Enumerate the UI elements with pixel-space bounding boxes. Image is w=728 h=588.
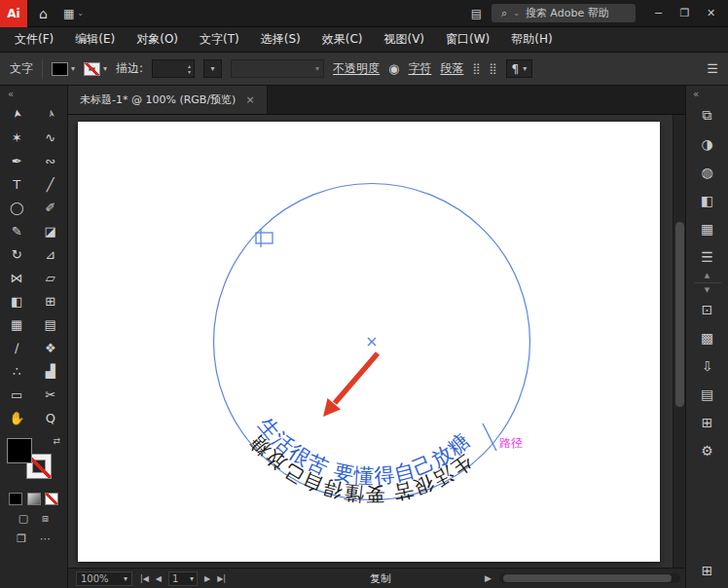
menu-help[interactable]: 帮助(H) [500, 31, 563, 48]
vertical-scrollbar[interactable] [673, 115, 685, 568]
title-bar: Ai ⌂ ▦ ⌄ ▤ ⌕ ⌄ 搜索 Adobe 帮助 ─ ❐ ✕ [0, 0, 728, 27]
panel-expand-button[interactable]: « [686, 86, 728, 101]
minimize-button[interactable]: ─ [645, 7, 672, 19]
graph-tool[interactable]: ▟ [34, 359, 68, 383]
eraser-tool[interactable]: ◪ [34, 219, 68, 242]
close-icon[interactable]: × [245, 93, 254, 106]
ellipse-tool[interactable]: ◯ [0, 196, 34, 219]
blend-tool[interactable]: ❖ [34, 336, 68, 359]
screen-mode-row: ❐ ⋯ [0, 529, 67, 549]
canvas[interactable]: 生活很苦 要懂得自己放糖 生活很苦 要懂得自己放糖 路径 [68, 115, 685, 568]
vertical-scrollbar-thumb[interactable] [675, 222, 684, 407]
draw-inside-mode-icon[interactable]: ⧈ [42, 512, 49, 525]
pencil-tool[interactable]: ✎ [0, 219, 34, 242]
layers-panel-icon[interactable]: ▤ [686, 380, 728, 408]
menu-file[interactable]: 文件(F) [4, 31, 64, 48]
none-button[interactable] [45, 493, 58, 505]
horizontal-scrollbar-thumb[interactable] [503, 574, 672, 582]
shape-builder-tool[interactable]: ◧ [0, 289, 34, 312]
home-icon[interactable]: ⌂ [39, 6, 48, 21]
opacity-link[interactable]: 不透明度 [333, 60, 380, 77]
panel-dock: « ⧉◑◍◧▦☰ ▲ ▼ ⊡▩⇩▤⊞⚙ ⊞ [685, 86, 728, 588]
fill-color-swatch[interactable] [7, 438, 32, 463]
transparency-panel-icon[interactable]: ▩ [686, 323, 728, 351]
panel-corner-icon[interactable]: ⊞ [702, 556, 713, 584]
curvature-tool[interactable]: ∾ [34, 149, 68, 172]
gradient-tool[interactable]: ▤ [34, 312, 68, 336]
asset-export-panel-icon[interactable]: ⇩ [686, 351, 728, 380]
draw-normal-mode-icon[interactable]: ▢ [18, 512, 28, 525]
eyedropper-tool[interactable]: ∕ [0, 336, 34, 359]
screen-mode-icon[interactable]: ❐ [17, 533, 26, 545]
panel-menu-icon[interactable]: ☰ [707, 61, 718, 76]
panel-scroll-down-icon[interactable]: ▼ [705, 285, 710, 295]
free-transform-tool[interactable]: ▱ [34, 266, 68, 289]
gradient-button[interactable] [27, 493, 41, 505]
next-artboard-icon[interactable]: ▶ [204, 574, 210, 583]
gradient-panel-icon[interactable]: ◧ [686, 186, 728, 214]
character-link[interactable]: 字符 [408, 60, 431, 77]
swatches-panel-icon[interactable]: ▦ [686, 214, 728, 242]
menu-select[interactable]: 选择(S) [250, 31, 311, 48]
libraries-panel-icon[interactable]: ⧉ [686, 101, 728, 129]
appearance-panel-icon[interactable]: ◍ [686, 158, 728, 186]
recolor-artwork-icon[interactable]: ◉ [388, 61, 399, 76]
zoom-dropdown[interactable]: 100% ▾ [76, 571, 132, 586]
line-segment-tool[interactable]: ╱ [34, 172, 68, 196]
pen-tool[interactable]: ✒ [0, 149, 34, 172]
hand-tool[interactable]: ✋ [0, 406, 34, 429]
paintbrush-tool[interactable]: ✐ [34, 196, 68, 219]
panel-scroll-up-icon[interactable]: ▲ [705, 271, 710, 280]
artwork-overlay: 生活很苦 要懂得自己放糖 生活很苦 要懂得自己放糖 路径 [68, 115, 685, 568]
mesh-tool[interactable]: ▦ [0, 312, 34, 336]
search-box[interactable]: ⌕ ⌄ 搜索 Adobe 帮助 [491, 4, 636, 22]
more-options-icon[interactable]: ⋯ [40, 533, 51, 545]
menu-edit[interactable]: 编辑(E) [64, 31, 126, 48]
menu-effect[interactable]: 效果(C) [311, 31, 374, 48]
context-label: 文字 [10, 60, 33, 77]
artboards-panel-icon[interactable]: ⊞ [686, 408, 728, 436]
symbol-sprayer-tool[interactable]: ∴ [0, 359, 34, 383]
variable-width-profile-dropdown[interactable]: ▾ [231, 59, 324, 78]
stroke-label: 描边: [116, 60, 143, 77]
perspective-grid-tool[interactable]: ⊞ [34, 289, 68, 312]
rotate-tool[interactable]: ↻ [0, 242, 34, 266]
color-panel-icon[interactable]: ◑ [686, 129, 728, 158]
width-tool[interactable]: ⋈ [0, 266, 34, 289]
menu-window[interactable]: 窗口(W) [435, 31, 500, 48]
artboard-number-dropdown[interactable]: 1 ▾ [168, 571, 198, 586]
stroke-panel-icon[interactable]: ☰ [686, 242, 728, 271]
slice-tool[interactable]: ✂ [34, 383, 68, 406]
scale-tool[interactable]: ⊿ [34, 242, 68, 266]
artboard-tool[interactable]: ▭ [0, 383, 34, 406]
color-button[interactable] [9, 493, 22, 505]
stroke-weight-stepper[interactable]: ▴▾ [152, 59, 195, 78]
symbols-panel-icon[interactable]: ⊡ [686, 295, 728, 323]
document-tab[interactable]: 未标题-1* @ 100% (RGB/预览) × [68, 86, 268, 114]
align-left-icon[interactable]: ⣿ [472, 62, 480, 75]
workspace-switcher[interactable]: ▦ ⌄ [63, 7, 84, 20]
paragraph-link[interactable]: 段落 [440, 60, 463, 77]
scroll-right-icon[interactable]: ▶ [485, 573, 491, 583]
fill-swatch [52, 62, 68, 76]
type-tool[interactable]: T [0, 172, 34, 196]
align-center-icon[interactable]: ⣿ [489, 62, 496, 75]
zoom-tool[interactable]: Q [34, 406, 68, 429]
menu-type[interactable]: 文字(T) [189, 31, 250, 48]
menu-view[interactable]: 视图(V) [373, 31, 435, 48]
horizontal-scrollbar[interactable] [499, 573, 680, 583]
last-artboard-icon[interactable]: ▶| [217, 574, 226, 583]
restore-button[interactable]: ❐ [672, 7, 698, 19]
close-button[interactable]: ✕ [698, 7, 724, 19]
fill-color-control[interactable]: ▾ [52, 62, 75, 76]
paragraph-style-dropdown[interactable]: ¶ ▾ [506, 59, 533, 78]
stroke-color-control[interactable]: ▾ [84, 62, 107, 76]
properties-panel-icon[interactable]: ⚙ [686, 436, 728, 464]
document-icon[interactable]: ▤ [471, 7, 482, 20]
menu-object[interactable]: 对象(O) [126, 31, 189, 48]
stroke-weight-dropdown[interactable]: ▾ [203, 59, 222, 78]
toolbar-dock: « ➤➢✶∿✒∾T╱◯✐✎◪↻⊿⋈▱◧⊞▦▤∕❖∴▟▭✂✋Q ⇄ ▢ ⧈ ❐ ⋯ [0, 86, 68, 588]
first-artboard-icon[interactable]: |◀ [140, 574, 149, 583]
previous-artboard-icon[interactable]: ◀ [156, 574, 162, 583]
swap-fill-stroke-icon[interactable]: ⇄ [53, 436, 60, 446]
